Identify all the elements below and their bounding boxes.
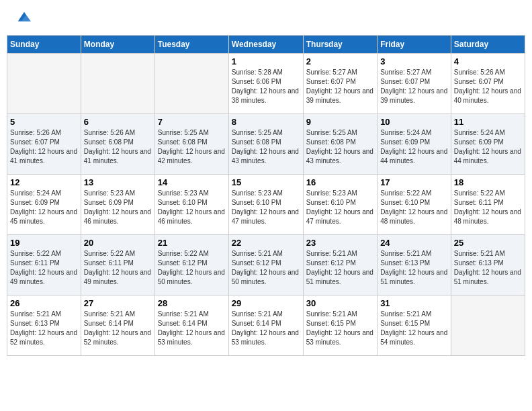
- calendar-day-22: 22Sunrise: 5:21 AMSunset: 6:12 PMDayligh…: [228, 235, 303, 295]
- day-number: 22: [232, 238, 300, 248]
- day-number: 26: [10, 298, 78, 308]
- day-info: Sunrise: 5:21 AMSunset: 6:12 PMDaylight:…: [232, 249, 300, 287]
- day-number: 24: [380, 238, 448, 248]
- day-number: 8: [232, 117, 300, 127]
- calendar-week-2: 5Sunrise: 5:26 AMSunset: 6:07 PMDaylight…: [7, 114, 525, 175]
- day-info: Sunrise: 5:25 AMSunset: 6:08 PMDaylight:…: [158, 128, 226, 166]
- calendar-day-21: 21Sunrise: 5:22 AMSunset: 6:12 PMDayligh…: [154, 235, 228, 295]
- calendar-day-30: 30Sunrise: 5:21 AMSunset: 6:15 PMDayligh…: [303, 295, 377, 356]
- weekday-header-saturday: Saturday: [451, 36, 525, 54]
- day-info: Sunrise: 5:21 AMSunset: 6:13 PMDaylight:…: [10, 310, 78, 347]
- day-info: Sunrise: 5:23 AMSunset: 6:10 PMDaylight:…: [158, 189, 226, 226]
- calendar-day-24: 24Sunrise: 5:21 AMSunset: 6:13 PMDayligh…: [378, 235, 451, 295]
- day-number: 15: [232, 177, 300, 187]
- empty-cell: [154, 54, 228, 114]
- weekday-header-sunday: Sunday: [7, 36, 81, 54]
- calendar-day-3: 3Sunrise: 5:27 AMSunset: 6:07 PMDaylight…: [378, 54, 451, 114]
- calendar-day-14: 14Sunrise: 5:23 AMSunset: 6:10 PMDayligh…: [154, 175, 228, 235]
- day-info: Sunrise: 5:21 AMSunset: 6:15 PMDaylight:…: [380, 310, 448, 347]
- calendar-day-6: 6Sunrise: 5:26 AMSunset: 6:08 PMDaylight…: [81, 114, 154, 175]
- day-info: Sunrise: 5:22 AMSunset: 6:11 PMDaylight:…: [84, 249, 152, 287]
- calendar-week-5: 26Sunrise: 5:21 AMSunset: 6:13 PMDayligh…: [7, 295, 525, 356]
- calendar-day-8: 8Sunrise: 5:25 AMSunset: 6:08 PMDaylight…: [228, 114, 303, 175]
- day-number: 16: [306, 177, 374, 187]
- weekday-header-tuesday: Tuesday: [154, 36, 228, 54]
- day-number: 19: [10, 238, 78, 248]
- day-info: Sunrise: 5:24 AMSunset: 6:09 PMDaylight:…: [380, 128, 448, 166]
- day-info: Sunrise: 5:28 AMSunset: 6:06 PMDaylight:…: [232, 68, 300, 105]
- day-info: Sunrise: 5:21 AMSunset: 6:13 PMDaylight:…: [380, 249, 448, 287]
- calendar-day-26: 26Sunrise: 5:21 AMSunset: 6:13 PMDayligh…: [7, 295, 81, 356]
- calendar-day-18: 18Sunrise: 5:22 AMSunset: 6:11 PMDayligh…: [451, 175, 525, 235]
- day-info: Sunrise: 5:25 AMSunset: 6:08 PMDaylight:…: [232, 128, 300, 166]
- day-number: 12: [10, 177, 78, 187]
- day-info: Sunrise: 5:22 AMSunset: 6:11 PMDaylight:…: [10, 249, 78, 287]
- weekday-header-row: SundayMondayTuesdayWednesdayThursdayFrid…: [7, 36, 525, 54]
- calendar-week-1: 1Sunrise: 5:28 AMSunset: 6:06 PMDaylight…: [7, 54, 525, 114]
- day-number: 6: [84, 117, 152, 127]
- day-number: 29: [232, 298, 300, 308]
- page-header: [7, 7, 525, 28]
- weekday-header-monday: Monday: [81, 36, 154, 54]
- day-number: 14: [158, 177, 226, 187]
- day-info: Sunrise: 5:23 AMSunset: 6:10 PMDaylight:…: [232, 189, 300, 226]
- day-number: 1: [232, 56, 300, 66]
- day-info: Sunrise: 5:24 AMSunset: 6:09 PMDaylight:…: [454, 128, 522, 166]
- day-number: 9: [306, 117, 374, 127]
- day-info: Sunrise: 5:22 AMSunset: 6:11 PMDaylight:…: [454, 189, 522, 226]
- calendar-table: SundayMondayTuesdayWednesdayThursdayFrid…: [7, 35, 525, 356]
- logo: [13, 10, 34, 25]
- day-info: Sunrise: 5:22 AMSunset: 6:10 PMDaylight:…: [380, 189, 448, 226]
- calendar-day-27: 27Sunrise: 5:21 AMSunset: 6:14 PMDayligh…: [81, 295, 154, 356]
- day-number: 31: [380, 298, 448, 308]
- day-number: 2: [306, 56, 374, 66]
- calendar-day-1: 1Sunrise: 5:28 AMSunset: 6:06 PMDaylight…: [228, 54, 303, 114]
- day-number: 4: [454, 56, 522, 66]
- day-info: Sunrise: 5:23 AMSunset: 6:10 PMDaylight:…: [306, 189, 374, 226]
- calendar-day-29: 29Sunrise: 5:21 AMSunset: 6:14 PMDayligh…: [228, 295, 303, 356]
- empty-cell: [7, 54, 81, 114]
- day-info: Sunrise: 5:27 AMSunset: 6:07 PMDaylight:…: [380, 68, 448, 105]
- weekday-header-thursday: Thursday: [303, 36, 377, 54]
- calendar-day-23: 23Sunrise: 5:21 AMSunset: 6:12 PMDayligh…: [303, 235, 377, 295]
- day-info: Sunrise: 5:22 AMSunset: 6:12 PMDaylight:…: [158, 249, 226, 287]
- day-number: 28: [158, 298, 226, 308]
- calendar-day-31: 31Sunrise: 5:21 AMSunset: 6:15 PMDayligh…: [378, 295, 451, 356]
- day-info: Sunrise: 5:21 AMSunset: 6:13 PMDaylight:…: [454, 249, 522, 287]
- day-number: 30: [306, 298, 374, 308]
- day-number: 10: [380, 117, 448, 127]
- calendar-day-12: 12Sunrise: 5:24 AMSunset: 6:09 PMDayligh…: [7, 175, 81, 235]
- calendar-day-10: 10Sunrise: 5:24 AMSunset: 6:09 PMDayligh…: [378, 114, 451, 175]
- day-info: Sunrise: 5:21 AMSunset: 6:12 PMDaylight:…: [306, 249, 374, 287]
- day-info: Sunrise: 5:21 AMSunset: 6:14 PMDaylight:…: [158, 310, 226, 347]
- calendar-day-13: 13Sunrise: 5:23 AMSunset: 6:09 PMDayligh…: [81, 175, 154, 235]
- day-number: 3: [380, 56, 448, 66]
- day-info: Sunrise: 5:26 AMSunset: 6:07 PMDaylight:…: [10, 128, 78, 166]
- day-number: 13: [84, 177, 152, 187]
- day-number: 11: [454, 117, 522, 127]
- calendar-day-9: 9Sunrise: 5:25 AMSunset: 6:08 PMDaylight…: [303, 114, 377, 175]
- day-number: 7: [158, 117, 226, 127]
- calendar-day-17: 17Sunrise: 5:22 AMSunset: 6:10 PMDayligh…: [378, 175, 451, 235]
- day-number: 20: [84, 238, 152, 248]
- day-info: Sunrise: 5:21 AMSunset: 6:15 PMDaylight:…: [306, 310, 374, 347]
- empty-cell: [81, 54, 154, 114]
- day-info: Sunrise: 5:24 AMSunset: 6:09 PMDaylight:…: [10, 189, 78, 226]
- calendar-day-25: 25Sunrise: 5:21 AMSunset: 6:13 PMDayligh…: [451, 235, 525, 295]
- calendar-day-28: 28Sunrise: 5:21 AMSunset: 6:14 PMDayligh…: [154, 295, 228, 356]
- day-info: Sunrise: 5:25 AMSunset: 6:08 PMDaylight:…: [306, 128, 374, 166]
- calendar-day-4: 4Sunrise: 5:26 AMSunset: 6:07 PMDaylight…: [451, 54, 525, 114]
- day-number: 21: [158, 238, 226, 248]
- calendar-day-2: 2Sunrise: 5:27 AMSunset: 6:07 PMDaylight…: [303, 54, 377, 114]
- day-number: 17: [380, 177, 448, 187]
- day-number: 18: [454, 177, 522, 187]
- day-info: Sunrise: 5:26 AMSunset: 6:07 PMDaylight:…: [454, 68, 522, 105]
- day-number: 27: [84, 298, 152, 308]
- calendar-day-7: 7Sunrise: 5:25 AMSunset: 6:08 PMDaylight…: [154, 114, 228, 175]
- weekday-header-wednesday: Wednesday: [228, 36, 303, 54]
- day-number: 5: [10, 117, 78, 127]
- day-number: 23: [306, 238, 374, 248]
- calendar-day-20: 20Sunrise: 5:22 AMSunset: 6:11 PMDayligh…: [81, 235, 154, 295]
- calendar-day-16: 16Sunrise: 5:23 AMSunset: 6:10 PMDayligh…: [303, 175, 377, 235]
- day-info: Sunrise: 5:27 AMSunset: 6:07 PMDaylight:…: [306, 68, 374, 105]
